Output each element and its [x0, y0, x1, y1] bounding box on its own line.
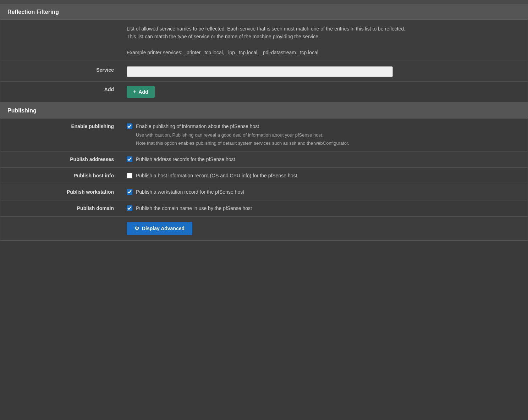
publish-workstation-checkbox-row: Publish a workstation record for the pfS…: [127, 188, 522, 196]
enable-publishing-row: Enable publishing Enable publishing of i…: [0, 118, 528, 151]
publish-host-info-value: Publish a host information record (OS an…: [121, 168, 528, 184]
publish-addresses-label: Publish addresses: [0, 151, 121, 167]
add-value: + Add: [121, 82, 528, 102]
top-bar: [0, 0, 528, 4]
publish-domain-row: Publish domain Publish the domain name i…: [0, 200, 528, 217]
reflection-filtering-header: Reflection Filtering: [0, 5, 528, 20]
publish-workstation-row: Publish workstation Publish a workstatio…: [0, 184, 528, 200]
publish-host-info-row: Publish host info Publish a host informa…: [0, 168, 528, 184]
enable-publishing-desc1: Use with caution. Publishing can reveal …: [136, 132, 349, 139]
publish-domain-checkbox[interactable]: [127, 205, 132, 211]
publish-domain-value: Publish the domain name in use by the pf…: [121, 200, 528, 216]
plus-icon: +: [133, 89, 136, 95]
publish-addresses-row: Publish addresses Publish address record…: [0, 151, 528, 168]
reflection-filtering-title: Reflection Filtering: [7, 9, 59, 15]
reflection-description-row: List of allowed service names to be refl…: [0, 20, 528, 62]
service-row: Service: [0, 62, 528, 82]
enable-publishing-text: Enable publishing of information about t…: [136, 123, 349, 147]
publish-domain-checkbox-row: Publish the domain name in use by the pf…: [127, 205, 522, 212]
publishing-title: Publishing: [7, 107, 37, 114]
page-wrapper: Reflection Filtering List of allowed ser…: [0, 0, 528, 241]
publish-addresses-checkbox-row: Publish address records for the pfSense …: [127, 156, 522, 163]
enable-publishing-desc2: Note that this option enables publishing…: [136, 140, 349, 147]
reflection-description-text: List of allowed service names to be refl…: [121, 20, 411, 62]
publish-workstation-label: Publish workstation: [0, 184, 121, 200]
gear-icon: ⚙: [134, 225, 139, 232]
publishing-header: Publishing: [0, 103, 528, 118]
enable-publishing-check-label: Enable publishing of information about t…: [136, 123, 349, 130]
service-label: Service: [0, 62, 121, 78]
publish-host-info-checkbox-row: Publish a host information record (OS an…: [127, 172, 522, 179]
service-value: [121, 62, 528, 81]
publish-addresses-value: Publish address records for the pfSense …: [121, 151, 528, 167]
publish-host-info-checkbox[interactable]: [127, 173, 132, 178]
publish-addresses-checkbox[interactable]: [127, 156, 132, 162]
reflection-filtering-panel: Reflection Filtering List of allowed ser…: [0, 4, 528, 103]
publish-addresses-check-label: Publish address records for the pfSense …: [136, 156, 235, 163]
publish-domain-check-label: Publish the domain name in use by the pf…: [136, 205, 252, 212]
add-row: Add + Add: [0, 82, 528, 103]
add-button-label: Add: [138, 89, 148, 95]
display-advanced-row: ⚙ Display Advanced: [0, 217, 528, 241]
reflection-desc-line2: This list can match the type of service …: [127, 33, 405, 40]
enable-publishing-checkbox-row: Enable publishing of information about t…: [127, 123, 522, 147]
publish-workstation-value: Publish a workstation record for the pfS…: [121, 184, 528, 200]
display-advanced-label: Display Advanced: [142, 226, 185, 231]
publishing-panel: Publishing Enable publishing Enable publ…: [0, 103, 528, 241]
publish-host-info-check-label: Publish a host information record (OS an…: [136, 172, 297, 179]
publish-workstation-checkbox[interactable]: [127, 189, 132, 195]
publish-domain-label: Publish domain: [0, 200, 121, 216]
add-label: Add: [0, 82, 121, 97]
reflection-desc-line1: List of allowed service names to be refl…: [127, 25, 405, 33]
reflection-desc-line3: Example printer services: _printer._tcp.…: [127, 49, 405, 56]
enable-publishing-value: Enable publishing of information about t…: [121, 118, 528, 151]
enable-publishing-checkbox[interactable]: [127, 123, 132, 129]
service-input[interactable]: [127, 66, 393, 77]
add-button[interactable]: + Add: [127, 86, 155, 98]
publish-host-info-label: Publish host info: [0, 168, 121, 183]
publish-workstation-check-label: Publish a workstation record for the pfS…: [136, 188, 244, 196]
enable-publishing-label: Enable publishing: [0, 118, 121, 134]
display-advanced-button[interactable]: ⚙ Display Advanced: [127, 222, 192, 235]
